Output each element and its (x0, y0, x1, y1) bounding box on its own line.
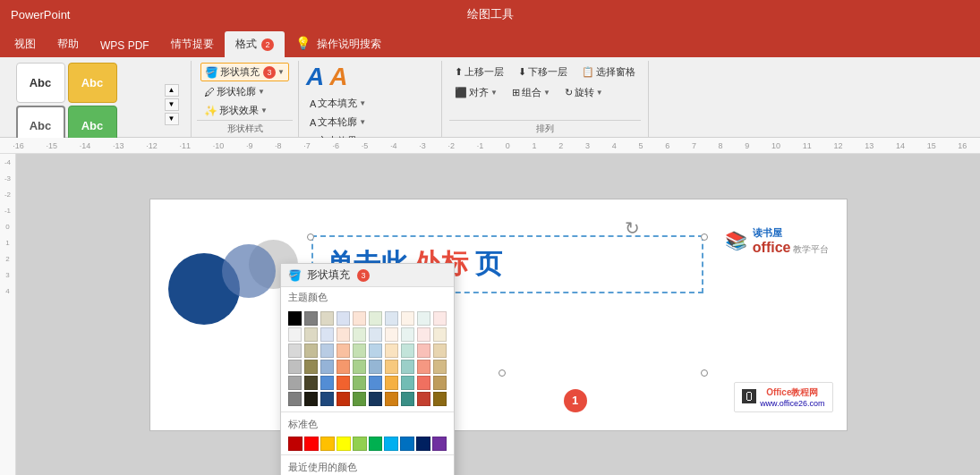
color-lightpink[interactable] (433, 311, 447, 326)
color-r4-4[interactable] (337, 360, 350, 374)
color-r4-8[interactable] (401, 360, 414, 374)
color-r5-8[interactable] (401, 376, 414, 390)
color-peach[interactable] (353, 311, 366, 326)
handle-tr[interactable] (701, 233, 708, 241)
color-r5-10[interactable] (433, 376, 447, 390)
shape-effect-btn[interactable]: ✨ 形状效果 ▼ (200, 102, 289, 119)
tab-view[interactable]: 视图 (4, 31, 47, 57)
color-r6-8[interactable] (401, 392, 414, 406)
color-r3-6[interactable] (369, 344, 382, 358)
color-r2-10[interactable] (433, 327, 447, 342)
color-cream[interactable] (320, 311, 334, 326)
color-r3-8[interactable] (401, 344, 414, 358)
std-green[interactable] (369, 437, 383, 451)
color-r4-5[interactable] (353, 360, 366, 374)
color-gray[interactable] (304, 311, 318, 326)
handle-tl[interactable] (307, 233, 314, 241)
color-r4-6[interactable] (369, 360, 382, 374)
tab-search[interactable]: 💡 操作说明搜索 (285, 30, 392, 57)
group-btn[interactable]: ⊞ 组合 ▼ (507, 83, 556, 102)
tab-story[interactable]: 情节提要 (160, 31, 225, 57)
color-r6-2[interactable] (304, 392, 318, 406)
color-r2-5[interactable] (353, 327, 366, 342)
select-pane-btn[interactable]: 📋 选择窗格 (576, 63, 641, 81)
color-r3-9[interactable] (417, 344, 430, 358)
color-r6-4[interactable] (337, 392, 350, 406)
std-red[interactable] (304, 437, 319, 451)
shape-style-default[interactable]: Abc (16, 63, 65, 103)
color-r2-7[interactable] (385, 327, 398, 342)
app-name: PowerPoint (11, 8, 70, 21)
color-r2-3[interactable] (320, 327, 334, 342)
color-mint[interactable] (417, 311, 430, 326)
color-r5-5[interactable] (353, 376, 366, 390)
color-r2-8[interactable] (401, 327, 414, 342)
color-r2-6[interactable] (369, 327, 382, 342)
color-lightblue[interactable] (337, 311, 350, 326)
shape-fill-btn[interactable]: 🪣 形状填充 3 ▼ (200, 63, 289, 81)
down-layer-btn[interactable]: ⬇ 下移一层 (513, 63, 573, 81)
color-r3-2[interactable] (304, 344, 318, 358)
std-darkred[interactable] (288, 437, 303, 451)
text-outline-btn[interactable]: A 文本轮廓 ▼ (306, 114, 370, 131)
color-r6-10[interactable] (433, 392, 447, 406)
color-r6-6[interactable] (369, 392, 382, 406)
color-r4-10[interactable] (433, 360, 447, 374)
color-r2-2[interactable] (304, 327, 318, 342)
color-r4-9[interactable] (417, 360, 430, 374)
color-r5-4[interactable] (337, 376, 350, 390)
color-r6-9[interactable] (417, 392, 430, 406)
bulb-icon: 💡 (295, 36, 311, 50)
color-r3-4[interactable] (337, 344, 350, 358)
color-black[interactable] (288, 311, 302, 326)
color-r2-4[interactable] (337, 327, 350, 342)
color-r4-7[interactable] (385, 360, 398, 374)
color-r6-7[interactable] (385, 392, 398, 406)
tab-wps-pdf[interactable]: WPS PDF (89, 34, 160, 57)
color-r4-3[interactable] (320, 360, 334, 374)
color-r6-1[interactable] (288, 392, 302, 406)
color-r4-2[interactable] (304, 360, 318, 374)
text-fill-btn[interactable]: A 文本填充 ▼ (306, 95, 370, 112)
tab-format[interactable]: 格式 2 (225, 31, 285, 57)
color-r3-7[interactable] (385, 344, 398, 358)
std-purple[interactable] (432, 437, 447, 451)
rotate-handle[interactable]: ↻ (625, 217, 640, 239)
rotate-btn[interactable]: ↻ 旋转 ▼ (559, 83, 609, 102)
color-r5-2[interactable] (304, 376, 318, 390)
handle-bm[interactable] (499, 369, 506, 377)
color-lightyellow[interactable] (401, 311, 414, 326)
color-r5-6[interactable] (369, 376, 382, 390)
std-lightgreen[interactable] (353, 437, 367, 451)
color-r5-3[interactable] (320, 376, 334, 390)
up-layer-btn[interactable]: ⬆ 上移一层 (449, 63, 509, 81)
color-r6-5[interactable] (353, 392, 366, 406)
color-r2-9[interactable] (417, 327, 430, 342)
color-paleblue[interactable] (385, 311, 398, 326)
theme-color-row-5 (288, 376, 447, 390)
color-r5-7[interactable] (385, 376, 398, 390)
color-r3-5[interactable] (353, 344, 366, 358)
color-r4-1[interactable] (288, 360, 302, 374)
shape-outline-btn[interactable]: 🖊 形状轮廓 ▼ (200, 83, 289, 100)
align-btn[interactable]: ⬛ 对齐 ▼ (449, 83, 503, 102)
std-blue[interactable] (400, 437, 414, 451)
std-cyan[interactable] (384, 437, 398, 451)
scroll-expand[interactable]: ▼ (165, 98, 179, 111)
scroll-down[interactable]: ▼ (165, 113, 179, 125)
std-orange[interactable] (320, 437, 335, 451)
color-r5-9[interactable] (417, 376, 430, 390)
color-r3-3[interactable] (320, 344, 334, 358)
scroll-up[interactable]: ▲ (165, 84, 179, 97)
color-r6-3[interactable] (320, 392, 334, 406)
color-r3-10[interactable] (433, 344, 447, 358)
tab-help[interactable]: 帮助 (47, 31, 89, 57)
std-yellow[interactable] (337, 437, 351, 451)
color-lightgreen[interactable] (369, 311, 382, 326)
std-darkblue[interactable] (416, 437, 430, 451)
color-r3-1[interactable] (288, 344, 302, 358)
color-r2-1[interactable] (288, 327, 302, 342)
color-r5-1[interactable] (288, 376, 302, 390)
handle-br[interactable] (701, 369, 708, 377)
shape-style-yellow[interactable]: Abc (68, 63, 117, 103)
